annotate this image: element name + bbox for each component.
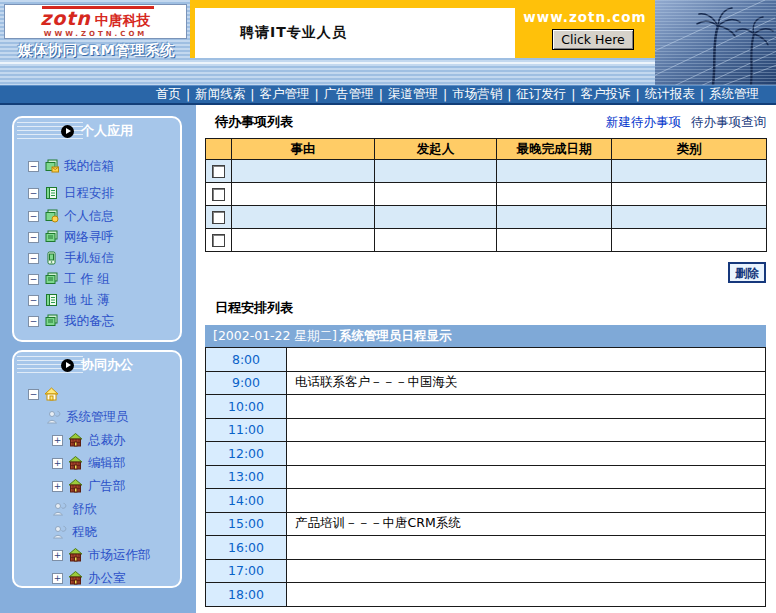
- sidebar-item-label[interactable]: 日程安排: [64, 185, 114, 202]
- tree-minus-toggle[interactable]: −: [28, 389, 39, 400]
- tree-plus-toggle[interactable]: +: [52, 481, 63, 492]
- schedule-time-cell[interactable]: 9:00: [206, 371, 287, 395]
- delete-button[interactable]: 删除: [728, 262, 766, 283]
- schedule-event-cell: [287, 465, 766, 489]
- nav-item-reports[interactable]: 统计报表: [640, 86, 700, 103]
- schedule-time-cell[interactable]: 11:00: [206, 418, 287, 442]
- tree-minus-toggle[interactable]: −: [28, 316, 39, 327]
- department-icon: [68, 571, 83, 585]
- sidebar-item-label[interactable]: 系统管理员: [66, 409, 129, 426]
- todo-column-header: 类别: [612, 139, 767, 160]
- sidebar-item-market-operations[interactable]: +市场运作部: [52, 545, 180, 565]
- todo-checkbox[interactable]: [212, 188, 225, 201]
- home-icon: [44, 387, 59, 401]
- sidebar-item-editorial-dept[interactable]: +编辑部: [52, 453, 180, 473]
- todo-cell: [612, 183, 767, 206]
- sidebar-item-sms[interactable]: −手机短信: [28, 248, 180, 268]
- sidebar-item-label[interactable]: 我的备忘: [64, 313, 114, 330]
- tree-minus-toggle[interactable]: −: [28, 232, 39, 243]
- schedule-time-cell[interactable]: 13:00: [206, 465, 287, 489]
- sidebar-item-label[interactable]: 广告部: [88, 478, 126, 495]
- panel-header-collaborative-office: 协同办公: [14, 352, 180, 378]
- nav-item-channel-mgmt[interactable]: 渠道管理: [383, 86, 443, 103]
- nav-item-ad-mgmt[interactable]: 广告管理: [319, 86, 379, 103]
- todo-cell: [375, 183, 497, 206]
- tree-minus-toggle[interactable]: −: [28, 188, 39, 199]
- sidebar-item-label[interactable]: 个人信息: [64, 208, 114, 225]
- sidebar-item-label[interactable]: 编辑部: [88, 455, 126, 472]
- todo-row: [206, 160, 767, 183]
- ad-banner[interactable]: 聘请IT专业人员 www.zotn.com Click Here: [190, 0, 655, 58]
- logo-bar-decoration: [42, 6, 154, 9]
- todo-cell: [232, 206, 375, 229]
- sidebar-item-label[interactable]: 舒欣: [72, 501, 97, 518]
- schedule-time-cell[interactable]: 16:00: [206, 536, 287, 560]
- tree-plus-toggle[interactable]: +: [52, 458, 63, 469]
- tree-minus-toggle[interactable]: −: [28, 253, 39, 264]
- nav-item-system-mgmt[interactable]: 系统管理: [704, 86, 764, 103]
- sidebar-item-address-book[interactable]: −地 址 薄: [28, 290, 180, 310]
- sidebar-item-label[interactable]: 总裁办: [88, 432, 126, 449]
- new-todo-link[interactable]: 新建待办事项: [606, 114, 681, 131]
- sidebar-item-label[interactable]: 工 作 组: [64, 271, 109, 288]
- sidebar-item-president-office[interactable]: +总裁办: [52, 430, 180, 450]
- todo-cell: [375, 160, 497, 183]
- schedule-time-cell[interactable]: 18:00: [206, 583, 287, 607]
- sidebar-item-org-root[interactable]: −: [28, 384, 180, 404]
- schedule-event-cell: 电话联系客户－－－中国海关: [287, 371, 766, 395]
- sidebar-item-system-admin[interactable]: 系统管理员: [46, 407, 180, 427]
- todo-column-header: 发起人: [375, 139, 497, 160]
- sidebar-item-label[interactable]: 市场运作部: [88, 547, 151, 564]
- tree-minus-toggle[interactable]: −: [28, 295, 39, 306]
- schedule-time-cell[interactable]: 14:00: [206, 489, 287, 513]
- tree-minus-toggle[interactable]: −: [28, 211, 39, 222]
- todo-checkbox[interactable]: [212, 234, 225, 247]
- todo-checkbox[interactable]: [212, 165, 225, 178]
- sidebar-item-cheng-xiao[interactable]: 程晓: [52, 522, 180, 542]
- sidebar-item-network-paging[interactable]: −网络寻呼: [28, 227, 180, 247]
- sidebar-item-workgroup[interactable]: −工 作 组: [28, 269, 180, 289]
- tree-plus-toggle[interactable]: +: [52, 550, 63, 561]
- sidebar-item-shu-xin[interactable]: 舒欣: [52, 499, 180, 519]
- sidebar-item-personal-info[interactable]: −个人信息: [28, 206, 180, 226]
- todo-cell: [232, 160, 375, 183]
- sidebar-item-my-memo[interactable]: −我的备忘: [28, 311, 180, 331]
- tree-plus-toggle[interactable]: +: [52, 435, 63, 446]
- sidebar-item-label[interactable]: 我的信箱: [64, 158, 114, 175]
- panel-items-personal-apps: −我的信箱−日程安排−个人信息−网络寻呼−手机短信−工 作 组−地 址 薄−我的…: [14, 144, 180, 331]
- sidebar-item-office[interactable]: +办公室: [52, 568, 180, 588]
- schedule-time-cell[interactable]: 17:00: [206, 559, 287, 583]
- nav-item-news-leads[interactable]: 新闻线索: [190, 86, 250, 103]
- nav-item-home[interactable]: 首页: [151, 86, 186, 103]
- memo-icon: [44, 314, 59, 328]
- query-todo-link[interactable]: 待办事项查询: [691, 114, 766, 131]
- sidebar-item-label[interactable]: 手机短信: [64, 250, 114, 267]
- click-here-button[interactable]: Click Here: [552, 29, 634, 50]
- nav-item-complaints[interactable]: 客户投诉: [576, 86, 636, 103]
- sidebar-item-label[interactable]: 办公室: [88, 570, 126, 587]
- ad-banner-inner: 聘请IT专业人员: [195, 8, 515, 58]
- tree-plus-toggle[interactable]: +: [52, 573, 63, 584]
- app-title: 媒体协同CRM管理系统: [4, 41, 189, 60]
- sidebar-item-advertising-dept[interactable]: +广告部: [52, 476, 180, 496]
- schedule-time-cell[interactable]: 10:00: [206, 395, 287, 419]
- sidebar-item-label[interactable]: 地 址 薄: [64, 292, 109, 309]
- schedule-row: 11:00: [206, 418, 766, 442]
- schedule-time-cell[interactable]: 12:00: [206, 442, 287, 466]
- sidebar-item-schedule[interactable]: −日程安排: [28, 183, 180, 203]
- sidebar-item-my-mailbox[interactable]: −我的信箱: [28, 156, 180, 176]
- nav-item-customer-mgmt[interactable]: 客户管理: [254, 86, 314, 103]
- todo-select-cell: [206, 160, 232, 183]
- tree-minus-toggle[interactable]: −: [28, 274, 39, 285]
- schedule-time-cell[interactable]: 15:00: [206, 512, 287, 536]
- schedule-time-cell[interactable]: 8:00: [206, 348, 287, 372]
- todo-checkbox[interactable]: [212, 211, 225, 224]
- nav-item-marketing[interactable]: 市场营销: [447, 86, 507, 103]
- sidebar-item-label[interactable]: 程晓: [72, 524, 97, 541]
- nav-item-subscription[interactable]: 征订发行: [511, 86, 571, 103]
- sidebar-item-label[interactable]: 网络寻呼: [64, 229, 114, 246]
- schedule-event-cell: [287, 418, 766, 442]
- schedule-event-cell: [287, 583, 766, 607]
- company-logo[interactable]: zotn 中唐科技 WWW.ZOTN.COM: [4, 4, 187, 39]
- tree-minus-toggle[interactable]: −: [28, 161, 39, 172]
